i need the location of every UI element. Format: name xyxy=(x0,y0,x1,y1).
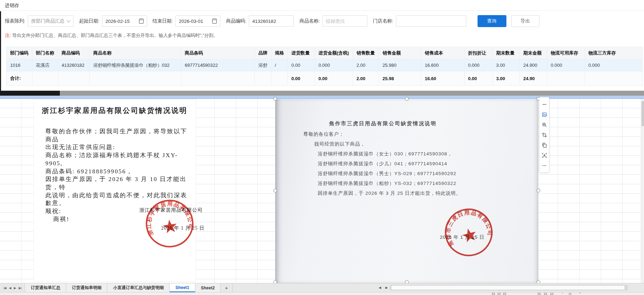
selection-handle[interactable] xyxy=(273,97,277,101)
sheet-horizontal-scrollbar: ◀ ▶ xyxy=(377,283,628,292)
start-date-input[interactable]: 2026-02-15 xyxy=(102,15,147,27)
note-text: 导出文件分部门汇总、商品汇总、部门商品汇总三个表，不需分开导出。输入多个商品编码… xyxy=(12,33,218,38)
column-header: 销售数量 xyxy=(353,47,379,59)
zoom-in-icon[interactable]: + xyxy=(579,291,581,295)
selection-handle[interactable] xyxy=(405,97,409,101)
zoom-out-icon[interactable]: − xyxy=(562,291,563,295)
table-cell: 24.900 xyxy=(520,59,547,71)
sheet-tab-Sheet1[interactable]: Sheet1 xyxy=(170,283,195,292)
document-line: 浴舒铜纤维抑杀菌搓澡巾（粗纱）YS-032；6977714590322 xyxy=(318,180,538,190)
start-date-label: 起始日期: xyxy=(79,18,100,24)
right-document-image[interactable]: 焦作市三虎日用品有限公司缺货情况说明 尊敬的各位客户：我司经营的以下商品，浴舒铜… xyxy=(275,99,538,283)
column-header: 商品编码 xyxy=(58,47,90,59)
report-display-label: 报表陈列: xyxy=(5,18,25,24)
store-name-label: 门店名称: xyxy=(373,18,393,24)
chevron-down-icon xyxy=(67,18,70,22)
more-icon[interactable] xyxy=(541,160,548,171)
add-sheet-button[interactable]: + xyxy=(221,283,233,292)
column-header: 商品名称 xyxy=(90,47,181,59)
sheet-scrollbar-thumb[interactable] xyxy=(391,285,625,290)
table-cell: 0.000 xyxy=(315,59,353,71)
end-date-input[interactable]: 2026-03-01 xyxy=(175,15,220,27)
end-date-value: 2026-03-01 xyxy=(179,19,203,24)
image-floating-toolbar xyxy=(539,97,549,173)
sheet-scrollbar-track[interactable] xyxy=(390,285,628,290)
view-break-icon[interactable] xyxy=(503,293,506,295)
view-grid-icon[interactable] xyxy=(538,293,541,295)
column-header: 商品条码 xyxy=(181,47,255,59)
report-display-value: 按部门商品汇总 xyxy=(31,18,65,24)
table-cell: 0.000 xyxy=(547,59,585,71)
column-header: 规格 xyxy=(271,47,288,59)
prev-sheet-icon[interactable]: ◀ xyxy=(9,286,11,290)
zoom-in-icon[interactable] xyxy=(541,120,548,130)
product-name-input[interactable] xyxy=(322,15,367,27)
crop-icon[interactable] xyxy=(541,130,548,140)
filter-bar: 报表陈列: 按部门商品汇总 起始日期: 2026-02-15 结束日期: 202… xyxy=(1,11,644,31)
total-cell: 0.00 xyxy=(315,71,353,86)
view-normal-icon[interactable] xyxy=(492,293,495,295)
page-title: 进销存 xyxy=(0,0,644,11)
total-cell: 3.00 xyxy=(493,71,520,86)
end-date-group: 结束日期: 2026-03-01 xyxy=(153,15,221,27)
next-sheet-icon[interactable]: ▶ xyxy=(14,286,16,290)
copy-icon[interactable] xyxy=(541,140,548,150)
column-header: 期末金额 xyxy=(520,47,547,59)
table-row[interactable]: 1016花溪店413260182浴舒铜纤维抑杀菌搓澡巾（粗纱）032697771… xyxy=(7,59,643,71)
scroll-left-icon[interactable]: ◀ xyxy=(379,286,381,289)
table-cell: 1016 xyxy=(7,59,32,71)
table-cell: 浴舒铜纤维抑杀菌搓澡巾（粗纱）032 xyxy=(90,59,181,71)
left-document-image[interactable]: 浙江杉宇家居用品有限公司缺货情况说明 尊敬的合作伙伴；因我司生产原因，将导致以下… xyxy=(33,99,196,282)
document-line: 商品名称；洁欣源福寿绵长鸡翅木手杖 JXY-9905, xyxy=(45,152,191,167)
total-cell: 2.00 xyxy=(353,71,379,86)
total-cell: 25.98 xyxy=(379,71,421,86)
document-line: 我司经营的以下商品， xyxy=(314,141,538,150)
report-display-select[interactable]: 按部门商品汇总 xyxy=(28,15,74,27)
sheet-vertical-scrollbar-thumb[interactable] xyxy=(642,101,644,126)
table-cell: 413260182 xyxy=(58,59,90,71)
store-name-input[interactable] xyxy=(396,15,466,27)
image-icon[interactable] xyxy=(541,109,548,120)
view-page-icon[interactable] xyxy=(544,293,547,295)
export-button[interactable]: 导出 xyxy=(511,15,539,27)
left-company-stamp: 浙江杉宇家居用品有限公司 xyxy=(140,193,200,254)
end-date-label: 结束日期: xyxy=(153,18,173,24)
inventory-report-table: 部门编码部门名称商品编码商品名称商品条码品牌规格进货数量进货金额(含税)销售数量… xyxy=(6,47,643,86)
first-sheet-icon[interactable]: |◀ xyxy=(4,286,6,290)
total-row: 合计:0.000.002.0025.9816.600.003.0024.90 xyxy=(7,71,643,86)
total-cell xyxy=(271,71,288,86)
column-header: 部门名称 xyxy=(32,47,58,59)
table-cell: 0.00 xyxy=(288,59,315,71)
minus-icon[interactable] xyxy=(541,99,548,109)
column-header: 销售金额 xyxy=(379,47,421,59)
table-cell: 25.980 xyxy=(379,59,421,71)
table-cell: 6977714590322 xyxy=(181,59,255,71)
table-horizontal-scrollbar-thumb[interactable] xyxy=(0,91,60,96)
selection-handle[interactable] xyxy=(273,189,277,192)
document-line: 因排单生产原因，于 2026 年 3 月 10 日才能出货，特 xyxy=(45,175,191,191)
column-header: 部门编码 xyxy=(7,47,32,59)
total-cell xyxy=(547,71,585,86)
product-code-input[interactable] xyxy=(249,15,294,27)
table-header-row: 部门编码部门名称商品编码商品名称商品条码品牌规格进货数量进货金额(含税)销售数量… xyxy=(7,47,643,59)
table-horizontal-scrollbar[interactable] xyxy=(0,91,644,96)
text-recognize-icon[interactable] xyxy=(541,150,548,160)
sheet-tab-订货通知单汇总[interactable]: 订货通知单汇总 xyxy=(25,283,66,292)
total-cell xyxy=(181,71,255,86)
export-note: 注:导出文件分部门汇总、商品汇总、部门商品汇总三个表，不需分开导出。输入多个商品… xyxy=(5,31,218,40)
sheet-tab-小直通订单汇总与缺货明细[interactable]: 小直通订单汇总与缺货明细 xyxy=(107,283,170,292)
last-sheet-icon[interactable]: ▶| xyxy=(19,286,21,290)
zoom-slider[interactable] xyxy=(569,293,572,295)
sheet-tab-Sheet2[interactable]: Sheet2 xyxy=(195,283,221,292)
query-button[interactable]: 查询 xyxy=(478,15,506,27)
column-header: 物流三方库存 xyxy=(585,47,643,59)
sheet-tabs: 订货通知单汇总订货通知单明细小直通订单汇总与缺货明细Sheet1Sheet2 xyxy=(25,283,221,292)
view-full-icon[interactable] xyxy=(550,293,553,295)
selection-handle[interactable] xyxy=(537,189,540,192)
view-layout-icon[interactable] xyxy=(498,293,500,295)
sheet-vertical-scrollbar[interactable] xyxy=(641,99,644,283)
scroll-right-icon[interactable]: ▶ xyxy=(385,286,388,289)
column-header: 进货金额(含税) xyxy=(315,47,353,59)
product-code-label: 商品编码: xyxy=(226,18,246,24)
sheet-tab-订货通知单明细[interactable]: 订货通知单明细 xyxy=(66,283,107,292)
